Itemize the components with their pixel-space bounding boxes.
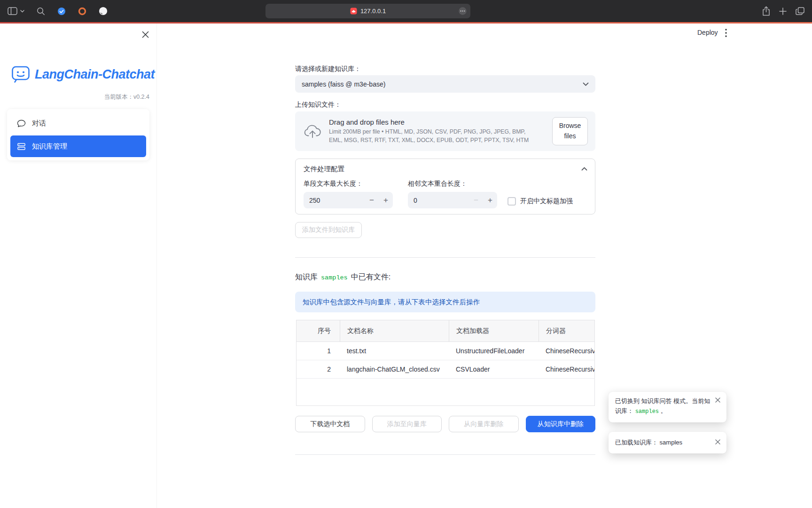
new-tab-icon[interactable]: [779, 8, 787, 15]
url-text: 127.0.0.1: [360, 8, 386, 15]
search-icon[interactable]: [37, 7, 45, 16]
dropzone-title: Drag and drop files here: [329, 118, 530, 126]
kb-name-code: samples: [635, 408, 659, 415]
sidebar-item-dialogue[interactable]: 对话: [10, 112, 146, 134]
chrome-right-controls: [762, 0, 804, 22]
toast-text: 已切换到 知识库问答 模式。当前知识库： samples 。: [615, 397, 710, 414]
table-header-name[interactable]: 文档名称: [340, 320, 449, 341]
chevron-up-icon: [581, 167, 587, 171]
add-files-to-kb-button[interactable]: 添加文件到知识库: [295, 222, 362, 238]
table-header-no[interactable]: 序号: [297, 320, 340, 341]
chunk-size-input[interactable]: 250 − +: [304, 192, 393, 208]
cell-name[interactable]: langchain-ChatGLM_closed.csv: [340, 360, 449, 378]
tab-overview-icon[interactable]: [796, 7, 804, 15]
kb-select-label: 请选择或新建知识库：: [295, 65, 361, 73]
cell-no[interactable]: 2: [297, 360, 340, 378]
chunk-size-decrement-button[interactable]: −: [365, 192, 379, 208]
sidebar-item-label: 知识库管理: [32, 142, 67, 151]
kb-files-table[interactable]: 序号 文档名称 文档加载器 分词器 1 test.txt Unstructure…: [296, 320, 595, 406]
divider: [295, 454, 595, 455]
github-icon[interactable]: [99, 7, 108, 16]
table-header-splitter[interactable]: 分词器: [539, 320, 594, 341]
delete-from-kb-button[interactable]: 从知识库中删除: [526, 416, 596, 432]
table-action-buttons: 下载选中文档 添加至向量库 从向量库删除 从知识库中删除: [295, 416, 595, 432]
expander-title: 文件处理配置: [304, 165, 344, 174]
divider: [295, 257, 595, 258]
chunk-size-group: 单段文本最大长度： 250 − +: [304, 180, 393, 208]
toast-kb-loaded: 已加载知识库： samples: [609, 432, 726, 453]
chunk-size-label: 单段文本最大长度：: [304, 180, 393, 188]
upload-label: 上传知识文件：: [295, 101, 341, 109]
overlap-size-value[interactable]: 0: [408, 197, 469, 204]
dropzone-hint: Limit 200MB per file • HTML, MD, JSON, C…: [329, 128, 530, 145]
deploy-button[interactable]: Deploy: [697, 29, 718, 36]
address-bar[interactable]: 127.0.0.1: [265, 4, 470, 18]
add-to-vector-store-button[interactable]: 添加至向量库: [372, 416, 442, 432]
sidebar-menu: 对话 知识库管理: [7, 109, 149, 160]
cell-splitter[interactable]: ChineseRecursive: [539, 342, 594, 360]
sidebar-toggle-icon[interactable]: [8, 7, 17, 15]
overlap-size-decrement-button[interactable]: −: [469, 192, 483, 208]
file-config-expander: 文件处理配置 单段文本最大长度： 250 − + 相邻文本重合长度：: [295, 159, 595, 214]
toast-text: 已加载知识库： samples: [615, 439, 682, 446]
zh-title-enhance-group: 开启中文标题加强: [508, 194, 573, 208]
cell-name[interactable]: test.txt: [340, 342, 449, 360]
chrome-left-controls: [8, 0, 108, 22]
screen: 127.0.0.1 LangChain-Cha: [0, 0, 812, 508]
cell-loader[interactable]: CSVLoader: [449, 360, 539, 378]
table-row[interactable]: 2 langchain-ChatGLM_closed.csv CSVLoader…: [297, 360, 594, 379]
toast-close-icon[interactable]: [713, 437, 722, 446]
expander-header[interactable]: 文件处理配置: [296, 159, 595, 179]
cell-no[interactable]: 1: [297, 342, 340, 360]
overlap-size-group: 相邻文本重合长度： 0 − +: [408, 180, 497, 208]
chunk-size-increment-button[interactable]: +: [379, 192, 393, 208]
main-content: 请选择或新建知识库： samples (faiss @ m3e-base) 上传…: [295, 24, 595, 508]
kb-files-heading: 知识库 samples 中已有文件:: [295, 272, 390, 282]
cloud-upload-icon: [304, 124, 321, 138]
kb-select-value: samples (faiss @ m3e-base): [302, 80, 385, 88]
pinned-tab-icon-2[interactable]: [78, 7, 86, 16]
download-selected-button[interactable]: 下载选中文档: [295, 416, 365, 432]
cell-splitter[interactable]: ChineseRecursive: [539, 360, 594, 378]
share-icon[interactable]: [762, 6, 770, 16]
table-header-row: 序号 文档名称 文档加载器 分词器: [297, 320, 594, 342]
expander-body: 单段文本最大长度： 250 − + 相邻文本重合长度： 0 − +: [296, 179, 595, 208]
zh-title-enhance-label: 开启中文标题加强: [520, 197, 573, 206]
kb-files-heading-suffix: 中已有文件:: [351, 272, 390, 282]
overlap-size-increment-button[interactable]: +: [483, 192, 497, 208]
chat-bubble-icon: [17, 119, 26, 128]
page-settings-icon[interactable]: [459, 7, 467, 15]
kb-name-code: samples: [321, 274, 348, 281]
sidebar: LangChain-Chatchat 当前版本：v0.2.4 对话 知识库管理: [0, 24, 157, 508]
hdd-stack-icon: [17, 142, 26, 151]
overlap-size-input[interactable]: 0 − +: [408, 192, 497, 208]
browser-chrome: 127.0.0.1: [0, 0, 812, 22]
kb-files-heading-prefix: 知识库: [295, 272, 318, 282]
site-favicon: [350, 8, 357, 15]
table-row[interactable]: 1 test.txt UnstructuredFileLoader Chines…: [297, 342, 594, 360]
browse-files-button[interactable]: Browse files: [552, 117, 588, 145]
cell-loader[interactable]: UnstructuredFileLoader: [449, 342, 539, 360]
kb-select[interactable]: samples (faiss @ m3e-base): [295, 75, 595, 93]
chevron-down-icon: [583, 82, 589, 86]
app-logo: LangChain-Chatchat: [11, 65, 155, 84]
chevron-down-icon[interactable]: [20, 10, 24, 13]
chatbot-logo-icon: [11, 65, 30, 84]
zh-title-enhance-checkbox[interactable]: [508, 197, 516, 206]
table-header-loader[interactable]: 文档加载器: [449, 320, 539, 341]
sidebar-item-knowledge-base[interactable]: 知识库管理: [10, 135, 146, 157]
file-dropzone[interactable]: Drag and drop files here Limit 200MB per…: [295, 111, 595, 151]
chunk-size-value[interactable]: 250: [304, 197, 365, 204]
delete-from-vector-store-button[interactable]: 从向量库删除: [449, 416, 519, 432]
overlap-size-label: 相邻文本重合长度：: [408, 180, 497, 188]
toast-mode-switched: 已切换到 知识库问答 模式。当前知识库： samples 。: [609, 392, 726, 422]
dropzone-text: Drag and drop files here Limit 200MB per…: [329, 118, 530, 145]
sidebar-item-label: 对话: [32, 119, 46, 128]
toast-close-icon[interactable]: [713, 396, 722, 405]
sidebar-close-button[interactable]: [140, 29, 151, 40]
app-version: 当前版本：v0.2.4: [104, 93, 149, 101]
main-menu-kebab-icon[interactable]: [725, 29, 727, 37]
pinned-tab-icon-1[interactable]: [57, 7, 66, 16]
info-banner: 知识库中包含源文件与向量库，请从下表中选择文件后操作: [295, 292, 595, 312]
app-logo-text: LangChain-Chatchat: [35, 67, 155, 82]
